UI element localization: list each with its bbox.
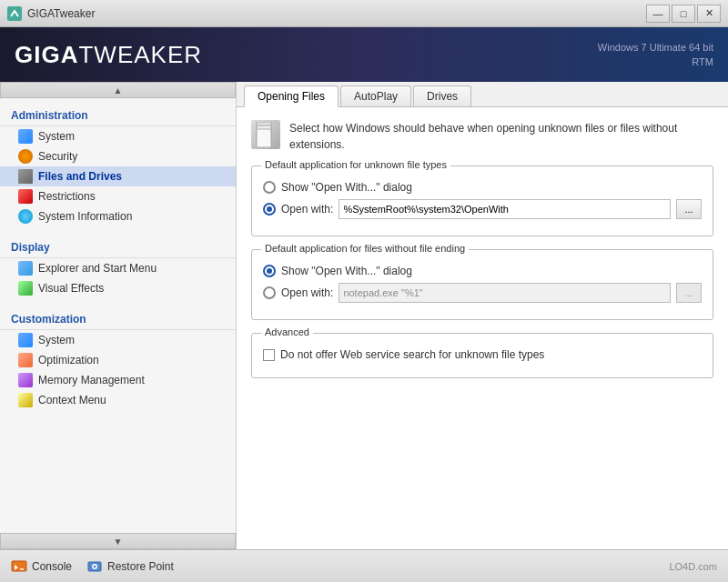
titlebar-left: GIGATweaker — [7, 6, 95, 21]
bottom-bar-left: Console Restore Point — [11, 558, 174, 575]
bottom-bar: Console Restore Point LO4D.com — [0, 549, 728, 582]
group2-radio1-label: Show "Open With..." dialog — [281, 265, 412, 277]
group3-title: Advanced — [261, 326, 313, 337]
explorer-icon — [18, 261, 33, 276]
memory-icon — [18, 373, 33, 387]
sidebar-label-explorer: Explorer and Start Menu — [38, 262, 157, 275]
group1-radio1-label: Show "Open With..." dialog — [281, 181, 412, 194]
sidebar-item-security[interactable]: Security — [0, 146, 236, 166]
group2-radio1-row: Show "Open With..." dialog — [263, 265, 702, 277]
sysinfo-icon — [18, 209, 33, 224]
restrictions-icon — [18, 189, 33, 204]
os-info: Windows 7 Ultimate 64 bit RTM — [598, 40, 713, 70]
context-icon — [18, 393, 33, 407]
restore-point-button[interactable]: Restore Point — [86, 558, 174, 575]
panel-opening-files: Select how Windows should behave when op… — [237, 107, 728, 549]
group2-open-with-input[interactable] — [339, 283, 671, 303]
sidebar-item-memory[interactable]: Memory Management — [0, 370, 236, 390]
sidebar-label-system: System — [38, 130, 75, 143]
group2-radio1[interactable] — [263, 265, 276, 277]
content-area: Opening Files AutoPlay Drives Select how… — [237, 82, 728, 549]
svg-point-8 — [94, 565, 96, 567]
group1-content: Show "Open With..." dialog Open with: ..… — [263, 181, 702, 219]
sidebar-label-sysinfo: System Information — [38, 210, 132, 223]
security-icon — [18, 149, 33, 164]
sidebar-item-system-info[interactable]: System Information — [0, 206, 236, 226]
logo-prefix: GIGA — [15, 41, 78, 68]
close-button[interactable]: ✕ — [697, 5, 721, 23]
console-button[interactable]: Console — [11, 558, 72, 575]
sidebar-item-restrictions[interactable]: Restrictions — [0, 186, 236, 206]
console-label: Console — [32, 560, 72, 573]
sidebar-section-customization: Customization — [0, 306, 236, 330]
checkbox-webservice-label: Do not offer Web service search for unkn… — [280, 348, 544, 361]
maximize-button[interactable]: □ — [672, 5, 695, 23]
info-text: Select how Windows should behave when op… — [289, 120, 713, 153]
group1-open-with-input[interactable] — [339, 199, 671, 219]
files-icon — [18, 169, 33, 184]
sidebar-item-explorer[interactable]: Explorer and Start Menu — [0, 258, 236, 278]
group1-browse-button[interactable]: ... — [676, 199, 702, 219]
logo-suffix: TWEAKER — [78, 41, 202, 68]
minimize-button[interactable]: — — [646, 5, 670, 23]
group1-radio2-row: Open with: ... — [263, 199, 702, 219]
sidebar-section-display: Display — [0, 234, 236, 258]
group2-radio2-row: Open with: ... — [263, 283, 702, 303]
sidebar-scroll-down[interactable]: ▼ — [0, 533, 236, 549]
group2-radio2[interactable] — [263, 286, 276, 299]
group1-radio2[interactable] — [263, 203, 276, 216]
sidebar-item-visual[interactable]: Visual Effects — [0, 278, 236, 298]
checkbox-webservice[interactable] — [263, 349, 275, 361]
svg-rect-2 — [257, 129, 271, 147]
system-icon — [18, 129, 33, 144]
sidebar-item-optimization[interactable]: Optimization — [0, 350, 236, 370]
sidebar-item-files-drives[interactable]: Files and Drives — [0, 166, 236, 186]
titlebar: GIGATweaker — □ ✕ — [0, 0, 728, 27]
visual-icon — [18, 281, 33, 296]
window-controls: — □ ✕ — [646, 5, 721, 23]
restore-label: Restore Point — [107, 560, 174, 573]
group-advanced: Advanced Do not offer Web service search… — [251, 333, 713, 378]
os-info-line1: Windows 7 Ultimate 64 bit — [598, 40, 713, 55]
sidebar: ▲ Administration System Security Files a… — [0, 82, 237, 549]
main-layout: ▲ Administration System Security Files a… — [0, 82, 728, 549]
checkbox-row-webservice: Do not offer Web service search for unkn… — [263, 348, 702, 361]
sidebar-scroll-up[interactable]: ▲ — [0, 82, 236, 98]
sidebar-item-context[interactable]: Context Menu — [0, 390, 236, 410]
cust-system-icon — [18, 333, 33, 347]
tab-bar: Opening Files AutoPlay Drives — [237, 82, 728, 107]
sidebar-label-optimization: Optimization — [38, 354, 99, 366]
sidebar-label-security: Security — [38, 150, 77, 163]
group1-radio1[interactable] — [263, 181, 276, 194]
sidebar-label-context: Context Menu — [38, 394, 106, 406]
info-icon — [251, 120, 280, 149]
tab-autoplay[interactable]: AutoPlay — [340, 85, 411, 106]
sidebar-item-cust-system[interactable]: System — [0, 330, 236, 350]
group-unknown-types: Default application for unknown file typ… — [251, 166, 713, 236]
console-icon — [11, 558, 27, 575]
group2-browse-button[interactable]: ... — [676, 283, 702, 303]
watermark: LO4D.com — [669, 561, 717, 572]
optimization-icon — [18, 353, 33, 367]
header-banner: GIGATWEAKER Windows 7 Ultimate 64 bit RT… — [0, 27, 728, 82]
group3-content: Do not offer Web service search for unkn… — [263, 348, 702, 361]
restore-icon — [86, 558, 103, 575]
sidebar-content: Administration System Security Files and… — [0, 98, 236, 533]
tab-drives[interactable]: Drives — [413, 85, 471, 106]
sidebar-label-visual: Visual Effects — [38, 282, 104, 295]
svg-rect-3 — [12, 561, 26, 571]
app-icon — [7, 6, 22, 21]
group1-title: Default application for unknown file typ… — [261, 159, 450, 170]
group1-radio1-row: Show "Open With..." dialog — [263, 181, 702, 194]
sidebar-section-administration: Administration — [0, 102, 236, 126]
sidebar-label-cust-system: System — [38, 334, 75, 346]
group2-title: Default application for files without fi… — [261, 243, 469, 254]
window-title: GIGATweaker — [27, 7, 95, 20]
tab-opening-files[interactable]: Opening Files — [244, 85, 339, 107]
group1-radio2-label: Open with: — [281, 203, 333, 216]
group2-radio2-label: Open with: — [281, 286, 333, 299]
group2-content: Show "Open With..." dialog Open with: ..… — [263, 265, 702, 303]
sidebar-label-restrictions: Restrictions — [38, 190, 96, 203]
sidebar-item-system[interactable]: System — [0, 126, 236, 146]
sidebar-label-files: Files and Drives — [38, 170, 122, 183]
